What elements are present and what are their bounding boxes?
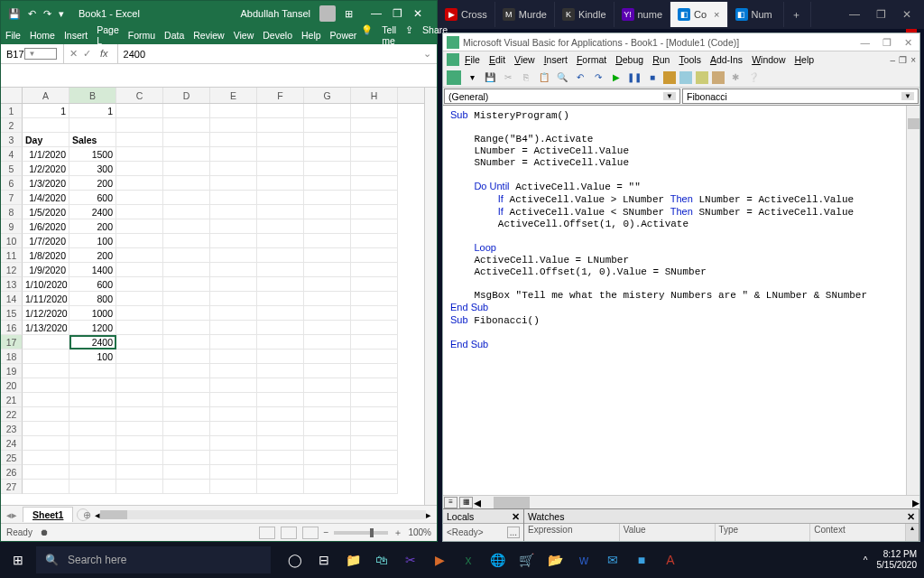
vertical-scrollbar[interactable] [424,88,437,505]
cell[interactable] [116,176,163,191]
cell[interactable] [351,191,398,205]
vba-menu-item[interactable]: View [511,54,539,65]
cell[interactable] [163,465,210,480]
cell[interactable] [304,176,351,191]
cell[interactable] [257,277,304,292]
cell[interactable] [23,364,69,378]
col-header[interactable]: G [304,88,351,103]
taskbar-app-icon[interactable]: 🛍 [368,542,395,578]
ribbon-tab-home[interactable]: Home [25,26,60,44]
cell[interactable] [163,378,210,393]
cell[interactable] [257,176,304,191]
cell[interactable] [69,364,116,378]
cell[interactable] [257,162,304,176]
cell[interactable]: 1/5/2020 [23,205,69,219]
browser-tab[interactable]: Y!nume [614,2,671,27]
cell[interactable] [163,335,210,350]
ribbon-tab-view[interactable]: View [229,26,259,44]
cell[interactable] [257,465,304,480]
taskbar-app-icon[interactable]: ◯ [282,542,309,578]
taskbar-app-icon[interactable]: ▶ [426,542,453,578]
col-header[interactable]: H [351,88,398,103]
cell[interactable] [163,176,210,191]
cell[interactable] [257,205,304,219]
procedure-view-icon[interactable]: ≡ [444,497,457,508]
project-explorer-icon[interactable] [679,71,692,84]
sheet-nav-prev-icon[interactable]: ◂▸ [1,509,23,520]
ribbon-tab-power[interactable]: Power [326,26,362,44]
browser-min-icon[interactable]: — [849,8,860,21]
cell[interactable] [257,364,304,378]
cell[interactable] [304,451,351,465]
vba-minimize-button[interactable]: — [861,37,871,48]
cell[interactable] [351,335,398,350]
code-vscroll[interactable] [906,106,919,495]
cell[interactable] [116,407,163,422]
enter-icon[interactable]: ✓ [83,48,91,60]
cell[interactable] [210,248,257,263]
cell[interactable] [351,104,398,118]
cell[interactable]: 100 [69,350,116,364]
cell[interactable] [257,378,304,393]
help-icon[interactable]: ❔ [746,70,761,85]
browser-tab[interactable]: KKindle [555,2,614,27]
cell[interactable] [69,436,116,451]
cell[interactable] [163,118,210,133]
cell[interactable] [304,104,351,118]
taskbar-app-icon[interactable]: 📁 [339,542,366,578]
cell[interactable] [210,104,257,118]
copy-icon[interactable]: ⎘ [519,70,533,85]
taskbar-app-icon[interactable]: ⊟ [310,542,337,578]
cell[interactable] [351,133,398,147]
cell[interactable] [351,205,398,219]
cell[interactable] [210,480,257,494]
close-button[interactable]: ✕ [413,7,422,20]
cell[interactable]: 100 [69,234,116,248]
cell[interactable]: 200 [69,176,116,191]
cell[interactable] [210,306,257,321]
cell[interactable] [163,263,210,277]
taskbar-app-icon[interactable]: 🌐 [484,542,511,578]
row-header[interactable]: 16 [1,321,23,335]
vba-maximize-button[interactable]: ❐ [882,37,892,48]
row-header[interactable]: 14 [1,292,23,306]
minimize-button[interactable]: — [371,7,382,20]
cell[interactable] [304,422,351,436]
vba-menu-item[interactable]: Tools [675,54,705,65]
cell[interactable] [116,451,163,465]
redo-icon[interactable]: ↷ [43,8,51,20]
cell[interactable] [116,162,163,176]
cell[interactable] [116,335,163,350]
find-icon[interactable]: 🔍 [555,70,569,85]
cell[interactable] [116,118,163,133]
cell[interactable] [23,422,69,436]
cell[interactable] [116,263,163,277]
cell[interactable] [304,292,351,306]
cell[interactable] [304,191,351,205]
cell[interactable] [257,104,304,118]
cell[interactable] [163,292,210,306]
cell[interactable] [351,393,398,407]
cell[interactable] [23,407,69,422]
qat-more-icon[interactable]: ▾ [59,8,64,20]
row-header[interactable]: 20 [1,378,23,393]
object-dropdown[interactable]: (General) ▼ [444,89,680,104]
vba-menu-item[interactable]: Help [790,54,818,65]
undo-icon[interactable]: ↶ [573,70,587,85]
ribbon-tab-review[interactable]: Review [189,26,228,44]
cell[interactable] [163,191,210,205]
cell[interactable]: 1/9/2020 [23,263,69,277]
cell[interactable] [163,277,210,292]
ribbon-tab-data[interactable]: Data [160,26,189,44]
cell[interactable] [210,321,257,335]
col-header[interactable]: F [257,88,304,103]
cell[interactable]: 1/2/2020 [23,162,69,176]
cell[interactable] [23,393,69,407]
cell[interactable] [23,465,69,480]
cell[interactable] [69,480,116,494]
cell[interactable] [210,422,257,436]
design-mode-icon[interactable] [663,71,676,84]
cell[interactable]: 1400 [69,263,116,277]
row-header[interactable]: 25 [1,451,23,465]
cell[interactable] [116,321,163,335]
